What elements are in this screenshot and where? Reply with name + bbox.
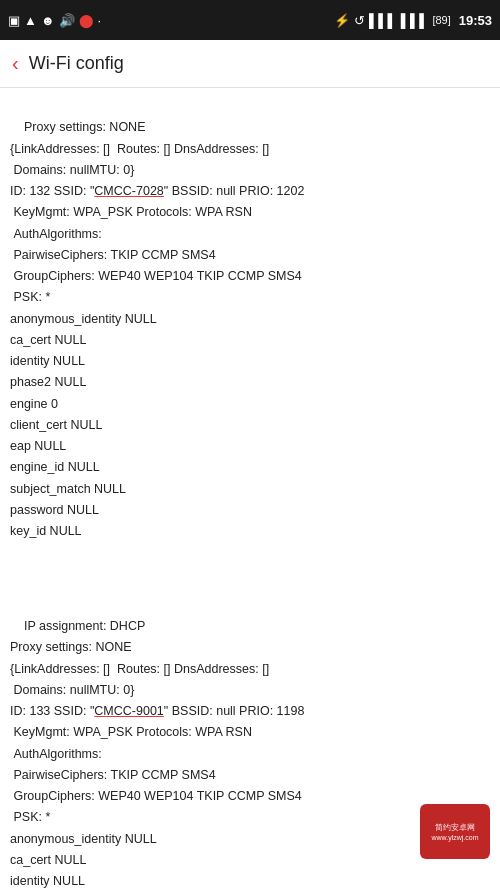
- ssid-highlight: CMCC-7028: [94, 184, 163, 198]
- watermark-line1: 简约安卓网: [435, 822, 475, 833]
- back-button[interactable]: ‹: [12, 52, 19, 75]
- content-area: Proxy settings: NONE {LinkAddresses: [] …: [0, 88, 500, 889]
- sync-icon: ↺: [354, 13, 365, 28]
- status-bar-right: ⚡ ↺ ▌▌▌ ▌▌▌ [89] 19:53: [334, 13, 492, 28]
- proxy-settings-line: Proxy settings: NONE {LinkAddresses: [] …: [10, 120, 304, 538]
- ssid2-highlight: CMCC-9001: [94, 704, 163, 718]
- signal-bars-1: ▌▌▌: [369, 13, 397, 28]
- status-bar: ▣ ▲ ☻ 🔊 ⬤ · ⚡ ↺ ▌▌▌ ▌▌▌ [89] 19:53: [0, 0, 500, 40]
- clock: 19:53: [459, 13, 492, 28]
- dot-icon: ·: [98, 13, 102, 28]
- watermark-line2: www.ylzwj.com: [431, 834, 478, 841]
- audio-icon: 🔊: [59, 13, 75, 28]
- top-bar: ‹ Wi-Fi config: [0, 40, 500, 88]
- status-bar-left: ▣ ▲ ☻ 🔊 ⬤ ·: [8, 13, 101, 28]
- page-title: Wi-Fi config: [29, 53, 124, 74]
- sim-icon: ▣: [8, 13, 20, 28]
- config-block-1: Proxy settings: NONE {LinkAddresses: [] …: [10, 96, 490, 585]
- signal-icon: ▲: [24, 13, 37, 28]
- alert-icon: ⬤: [79, 13, 94, 28]
- battery-indicator: [89]: [432, 14, 450, 26]
- watermark: 简约安卓网 www.ylzwj.com: [420, 804, 490, 859]
- config-block-2: IP assignment: DHCP Proxy settings: NONE…: [10, 595, 490, 889]
- signal-bars-2: ▌▌▌: [401, 13, 429, 28]
- user-icon: ☻: [41, 13, 55, 28]
- charge-icon: ⚡: [334, 13, 350, 28]
- block2-lines: IP assignment: DHCP Proxy settings: NONE…: [10, 619, 304, 889]
